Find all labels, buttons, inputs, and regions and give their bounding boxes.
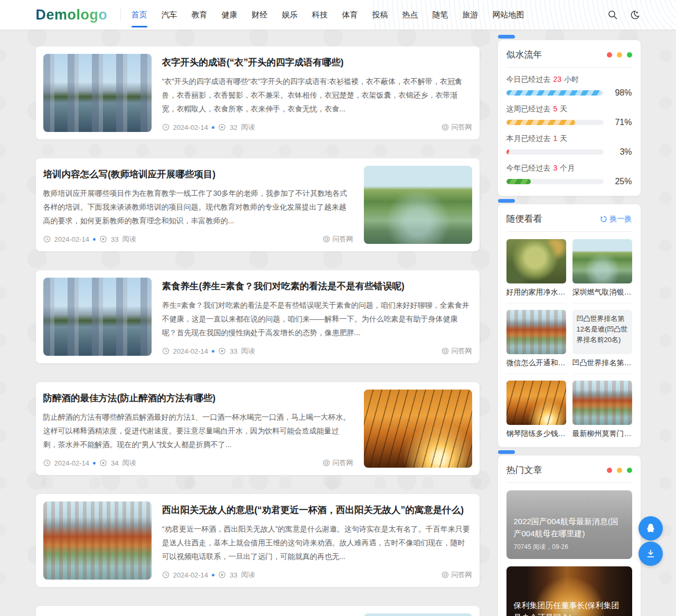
article-views-label: 阅读: [241, 570, 255, 580]
time-unit: 个月: [560, 164, 575, 172]
hot-article-item[interactable]: 保利集团历任董事长(保利集团是央企还是国企): [506, 566, 632, 616]
browse-thumbnail: [572, 381, 632, 425]
article-views: 32: [230, 124, 237, 131]
progress-track: [506, 149, 604, 155]
article-date: 2024-02-14: [54, 459, 90, 467]
article-thumbnail[interactable]: [43, 501, 152, 580]
article-title[interactable]: 衣字开头的成语(“衣”开头的四字成语有哪些): [162, 56, 472, 69]
nav-item-hot[interactable]: 热点: [402, 0, 418, 30]
progress-fill-day: [506, 90, 602, 96]
browse-item[interactable]: 深圳燃气取消银行...: [572, 239, 632, 304]
source-badge-icon: [442, 124, 449, 131]
article-title[interactable]: 防醉酒的最佳方法(防止醉酒的方法有哪些): [43, 392, 353, 405]
nav-item-travel[interactable]: 旅游: [463, 0, 478, 30]
time-label: 这周已经过去: [506, 105, 551, 113]
search-icon[interactable]: [607, 9, 618, 21]
views-eye-icon: [218, 571, 226, 579]
refresh-icon: [600, 215, 607, 223]
time-row-month: 本月已经过去1天 3%: [506, 134, 632, 157]
progress-percent: 98%: [609, 88, 632, 98]
floating-buttons: [639, 516, 663, 566]
article-date: 2024-02-14: [173, 347, 209, 355]
article-thumbnail[interactable]: [43, 278, 152, 356]
article-card: 当兵政审需要哪些材料(当兵政审主要审查哪些内容): [36, 606, 480, 616]
article-excerpt: “劝君更近一杯酒，西出阳关无故人”的寓意是什么谢邀。这句诗实在是太有名了。千百年…: [162, 522, 472, 563]
nav-item-finance[interactable]: 财经: [252, 0, 268, 30]
article-views: 34: [111, 459, 118, 467]
article-thumbnail[interactable]: [43, 54, 152, 132]
yellow-dot-icon: [617, 468, 622, 473]
browse-thumbnail: [506, 310, 566, 354]
hot-article-item[interactable]: 2022国产004航母最新消息(国产004航母在哪里建) 70745 阅读，09…: [506, 490, 632, 559]
article-excerpt: 养生=素食？我们对吃素的看法是不是有些错误呢关于素食的问题，咱们来好好聊聊，全素…: [162, 298, 472, 339]
qq-penguin-icon: [644, 522, 657, 535]
download-button[interactable]: [639, 542, 663, 566]
article-views-label: 阅读: [122, 234, 136, 244]
nav-item-sitemap[interactable]: 网站地图: [493, 0, 524, 30]
time-value: 5: [553, 105, 558, 113]
article-source: 问答网: [452, 570, 472, 580]
article-meta: 2024-02-14 32 阅读 问答网: [162, 122, 472, 132]
red-dot-icon: [607, 52, 612, 58]
nav-item-essay[interactable]: 随笔: [433, 0, 448, 30]
browse-caption: 钢琴陪练多少钱一...: [506, 429, 566, 439]
nav-item-auto[interactable]: 汽车: [162, 0, 177, 30]
article-title[interactable]: 培训内容怎么写(教师培训应开展哪些项目): [43, 168, 353, 181]
nav-item-sports[interactable]: 体育: [342, 0, 358, 30]
browse-item[interactable]: 好用的家用净水机...: [506, 239, 566, 304]
divider: [506, 231, 632, 232]
source-badge-icon: [323, 459, 330, 467]
article-views: 33: [111, 235, 118, 243]
time-label: 本月已经过去: [506, 134, 551, 143]
article-views-label: 阅读: [241, 122, 255, 132]
clock-icon: [162, 571, 170, 579]
article-meta: 2024-02-14 33 阅读 问答网: [43, 234, 353, 244]
time-value: 23: [553, 75, 562, 83]
article-title[interactable]: 素食养生(养生=素食？我们对吃素的看法是不是有些错误呢): [162, 280, 472, 293]
widget-title: 随便看看: [506, 213, 542, 225]
browse-thumbnail-text: 凹凸世界排名第12名是谁(凹凸世界排名前20名): [572, 310, 632, 354]
clock-icon: [43, 459, 51, 467]
dot-separator-icon: [212, 126, 214, 129]
article-card: 培训内容怎么写(教师培训应开展哪些项目) 教师培训应开展哪些项目作为在教育教学一…: [36, 158, 480, 251]
refresh-button[interactable]: 换一换: [600, 214, 632, 224]
moon-dark-mode-icon[interactable]: [629, 9, 641, 21]
nav-item-education[interactable]: 教育: [192, 0, 208, 30]
article-thumbnail[interactable]: [364, 613, 472, 616]
time-row-year: 今年已经过去3个月 25%: [506, 164, 632, 186]
source-badge-icon: [323, 235, 330, 243]
clock-icon: [162, 347, 170, 355]
browse-item[interactable]: 钢琴陪练多少钱一...: [506, 381, 566, 439]
browse-item[interactable]: 微信怎么开通和关...: [506, 310, 566, 374]
article-thumbnail[interactable]: [364, 166, 472, 244]
article-card: 防醉酒的最佳方法(防止醉酒的方法有哪些) 防止醉酒的方法有哪些醉酒后解酒最好的方…: [36, 382, 480, 475]
traffic-dots: [607, 52, 632, 58]
progress-percent: 3%: [609, 147, 632, 157]
browse-item[interactable]: 凹凸世界排名第12名是谁(凹凸世界排名前20名) 凹凸世界排名第12...: [572, 310, 632, 374]
nav-item-submit[interactable]: 投稿: [372, 0, 388, 30]
site-logo[interactable]: Demologo: [36, 7, 108, 23]
nav-item-entertainment[interactable]: 娱乐: [282, 0, 298, 30]
dot-separator-icon: [93, 462, 96, 465]
widget-title: 似水流年: [506, 49, 542, 61]
article-views: 33: [230, 571, 237, 579]
browse-item[interactable]: 最新柳州莫菁门事...: [572, 381, 632, 439]
nav-item-tech[interactable]: 科技: [312, 0, 328, 30]
article-title[interactable]: 西出阳关无故人的意思(“劝君更近一杯酒，西出阳关无故人”的寓意是什么): [162, 504, 472, 517]
article-meta: 2024-02-14 33 阅读 问答网: [162, 346, 472, 356]
source-badge-icon: [442, 347, 449, 355]
browse-caption: 最新柳州莫菁门事...: [572, 429, 632, 439]
clock-icon: [43, 235, 51, 243]
browse-caption: 微信怎么开通和关...: [506, 358, 566, 368]
hot-article-title: 2022国产004航母最新消息(国产004航母在哪里建): [514, 515, 625, 540]
browse-caption: 好用的家用净水机...: [506, 288, 566, 297]
time-unit: 小时: [564, 75, 579, 83]
qq-contact-button[interactable]: [639, 516, 663, 541]
sidebar: 似水流年 今日已经过去23小时 98% 这周已经过去: [498, 40, 641, 616]
views-eye-icon: [99, 459, 107, 467]
random-browse-widget: 随便看看 换一换 好用的家用净水机... 深圳燃气取消银行...: [498, 204, 641, 447]
hot-articles-widget: 热门文章 2022国产004航母最新消息(国产004航母在哪里建) 70745 …: [498, 456, 641, 616]
nav-item-home[interactable]: 首页: [132, 0, 147, 30]
article-thumbnail[interactable]: [364, 390, 472, 468]
nav-item-health[interactable]: 健康: [222, 0, 238, 30]
